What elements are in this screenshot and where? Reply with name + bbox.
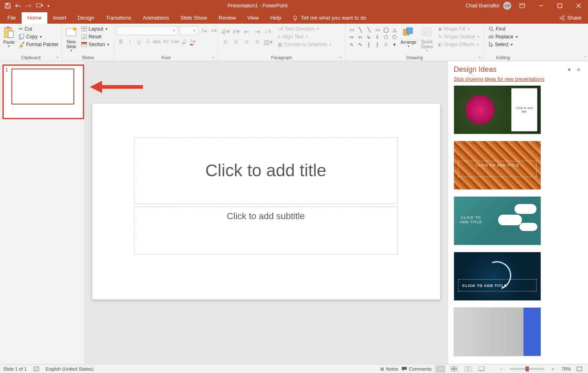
shape-connector[interactable]: ↳ <box>365 34 372 40</box>
save-icon[interactable] <box>5 3 11 9</box>
increase-indent-icon[interactable]: ⇥ <box>252 27 262 36</box>
text-shadow-icon[interactable]: S <box>144 38 152 46</box>
columns-icon[interactable]: ▥▾ <box>263 38 273 46</box>
share-button[interactable]: Share <box>555 12 588 24</box>
shape-effects-button[interactable]: ◐ Shape Effects ▼ <box>437 41 481 48</box>
layout-button[interactable]: Layout ▼ <box>80 26 111 32</box>
design-ideas-list[interactable]: Click to add title CLICK TO ADD TITLE CL… <box>448 85 588 364</box>
minimize-icon[interactable] <box>532 0 550 11</box>
tell-me-search[interactable]: Tell me what you want to do <box>289 12 370 24</box>
shape-rarrow[interactable]: ⇨ <box>348 34 355 40</box>
design-idea-3[interactable]: CLICK TO ADD TITLE <box>454 196 541 245</box>
tab-home[interactable]: Home <box>22 12 47 24</box>
shape-rect[interactable]: ▭ <box>374 27 381 33</box>
slide-canvas[interactable]: Click to add title Click to add subtitle <box>92 104 440 300</box>
highlight-icon[interactable] <box>180 38 188 46</box>
shape-fill-button[interactable]: ◆ Shape Fill ▼ <box>437 26 481 32</box>
subtitle-placeholder[interactable]: Click to add subtitle <box>134 206 398 255</box>
qat-customize-icon[interactable]: ▾ <box>47 4 49 8</box>
shrink-font-icon[interactable]: A▾ <box>210 27 218 35</box>
replace-button[interactable]: ab Replace ▼ <box>487 33 520 40</box>
design-idea-2[interactable]: CLICK TO ADD TITLE <box>454 141 541 190</box>
slide-position[interactable]: Slide 1 of 1 <box>3 366 27 371</box>
line-spacing-icon[interactable]: ↕≡ <box>263 27 273 36</box>
arrange-button[interactable]: Arrange ▼ <box>400 25 417 48</box>
dialog-launcher-icon[interactable]: ↘ <box>56 55 60 60</box>
zoom-in-icon[interactable]: + <box>548 365 558 373</box>
align-right-icon[interactable]: ≡ <box>242 38 252 46</box>
zoom-out-icon[interactable]: − <box>496 365 507 373</box>
shape-brace2[interactable]: } <box>374 41 381 48</box>
shape-hex[interactable]: ⬡ <box>391 34 398 40</box>
zoom-slider[interactable] <box>510 368 544 370</box>
stop-ideas-link[interactable]: Stop showing ideas for new presentations <box>448 75 588 85</box>
convert-smartart-button[interactable]: ▦ Convert to SmartArt ▼ <box>276 41 334 48</box>
justify-icon[interactable]: ≡ <box>252 38 262 46</box>
tab-slide-show[interactable]: Slide Show <box>175 12 213 24</box>
pane-close-icon[interactable]: ✕ <box>574 66 583 73</box>
font-family-combo[interactable]: ▼ <box>117 26 178 35</box>
bold-icon[interactable]: B <box>117 38 125 46</box>
collapse-ribbon-icon[interactable]: ˄ <box>584 56 586 60</box>
gallery-more-icon[interactable]: ▾ <box>391 41 398 48</box>
dialog-launcher-icon[interactable]: ↘ <box>478 55 483 60</box>
format-painter-button[interactable]: Format Painter <box>17 41 60 48</box>
numbering-icon[interactable]: ≡▾ <box>231 27 241 36</box>
find-button[interactable]: Find <box>487 26 520 32</box>
dialog-launcher-icon[interactable]: ↘ <box>339 55 344 60</box>
tab-help[interactable]: Help <box>265 12 287 24</box>
change-case-icon[interactable]: Aa▾ <box>171 38 179 46</box>
italic-icon[interactable]: I <box>126 38 134 46</box>
shape-larrow[interactable]: ⇦ <box>356 34 364 40</box>
shape-curve[interactable]: ∿ <box>348 41 355 48</box>
shape-star[interactable]: ☆ <box>382 41 390 48</box>
design-idea-1[interactable]: Click to add title <box>454 85 541 134</box>
strikethrough-icon[interactable]: abc <box>153 38 161 46</box>
font-color-icon[interactable]: A▾ <box>189 38 197 46</box>
align-left-icon[interactable]: ≡ <box>220 38 230 46</box>
maximize-icon[interactable] <box>550 0 569 11</box>
tab-review[interactable]: Review <box>213 12 242 24</box>
section-button[interactable]: Section ▼ <box>80 41 111 48</box>
text-direction-button[interactable]: ↕A Text Direction ▼ <box>276 26 334 32</box>
shapes-gallery[interactable]: ▭ ╲ ╲ ▭ ◯ △ ⇨ ⇦ ↳ ⇩ ⬠ ⬡ ∿ ∿ { } ☆ ▾ <box>348 27 398 48</box>
shape-triangle[interactable]: △ <box>391 27 398 33</box>
undo-icon[interactable] <box>15 3 21 9</box>
redo-icon[interactable] <box>25 3 32 9</box>
bullets-icon[interactable]: ≣▾ <box>220 27 230 36</box>
tab-animations[interactable]: Animations <box>137 12 175 24</box>
shape-textbox[interactable]: ▭ <box>348 27 355 33</box>
shape-outline-button[interactable]: ✎ Shape Outline ▼ <box>437 33 481 40</box>
spellcheck-icon[interactable] <box>33 366 39 372</box>
character-spacing-icon[interactable]: AV <box>162 38 170 46</box>
notes-toggle[interactable]: ≣ Notes <box>380 366 398 372</box>
copy-button[interactable]: Copy ▼ <box>17 33 60 40</box>
shape-line2[interactable]: ╲ <box>365 27 372 33</box>
cut-button[interactable]: ✂ Cut <box>17 26 60 32</box>
tab-transitions[interactable]: Transitions <box>100 12 137 24</box>
slide-sorter-view-icon[interactable] <box>449 365 459 373</box>
reading-view-icon[interactable] <box>463 365 473 373</box>
slide-canvas-area[interactable]: Click to add title Click to add subtitle <box>85 61 448 364</box>
dialog-launcher-icon[interactable]: ↘ <box>212 55 216 60</box>
reset-button[interactable]: Reset <box>80 33 111 40</box>
shape-curve2[interactable]: ∿ <box>356 41 364 48</box>
design-idea-4[interactable]: CLICK TO ADD TITLE <box>454 252 541 301</box>
shape-line[interactable]: ╲ <box>356 27 364 33</box>
language-status[interactable]: English (United States) <box>46 366 94 371</box>
tab-view[interactable]: View <box>242 12 265 24</box>
start-from-beginning-icon[interactable] <box>36 3 43 9</box>
user-name[interactable]: Chad Buenaflor <box>466 3 500 9</box>
underline-icon[interactable]: U <box>135 38 143 46</box>
slide-thumbnail-1[interactable] <box>11 69 74 104</box>
new-slide-button[interactable]: New Slide ▼ <box>65 25 78 53</box>
user-avatar[interactable]: CB <box>503 2 511 10</box>
zoom-percent[interactable]: 70% <box>561 366 571 371</box>
shape-darrow[interactable]: ⇩ <box>374 34 381 40</box>
decrease-indent-icon[interactable]: ⇤ <box>242 27 252 36</box>
tab-file[interactable]: File <box>2 12 22 24</box>
pane-options-icon[interactable]: ▼ <box>564 66 574 73</box>
design-idea-5[interactable] <box>454 307 541 356</box>
select-button[interactable]: Select ▼ <box>487 41 520 48</box>
title-placeholder[interactable]: Click to add title <box>134 137 398 204</box>
